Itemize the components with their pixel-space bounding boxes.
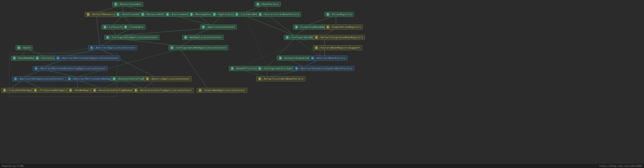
- icon-interface: I: [256, 3, 260, 6]
- icon-abstract: A: [56, 57, 60, 60]
- node-ConfigurableApplicationContext: I ◇ ConfigurableApplicationContext: [104, 35, 160, 40]
- node-BeanFactory: I ◇ BeanFactory: [254, 2, 281, 7]
- node-ConfigurableWebApplicationContext: I ◇ ConfigurableWebApplicationContext: [168, 45, 228, 50]
- icon-interface: I: [295, 26, 298, 29]
- node-AbstractBeanFactory: A ◇ AbstractBeanFactory: [309, 56, 348, 60]
- node-AbstractRefreshableConfigApplicationContext: A ◇ AbstractRefreshableConfigApplication…: [33, 66, 108, 71]
- node-AbstractApplicationContext: A ◇ AbstractApplicationContext: [88, 45, 137, 50]
- svg-line-49: [180, 49, 208, 89]
- node-Closeable: I ◇ Closeable: [122, 25, 146, 29]
- svg-line-8: [112, 15, 123, 25]
- node-GenericApplicationContext: C ◇ GenericApplicationContext: [144, 76, 192, 81]
- footer-left: Powered by P-UML: [2, 165, 24, 167]
- icon-interface: I: [112, 77, 116, 80]
- svg-line-10: [306, 15, 336, 25]
- node-AbstractXmlApplicationContext: A ◇ AbstractXmlApplicationContext: [12, 76, 66, 81]
- bottom-bar: Powered by P-UML https://blog.csdn.net/c…: [0, 164, 644, 168]
- node-SimpleAliasRegistry: C ◇ SimpleAliasRegistry: [324, 25, 363, 29]
- svg-line-5: [174, 15, 211, 25]
- node-DefaultSingletonBeanRegistry: C ◇ DefaultSingletonBeanRegistry: [313, 35, 365, 40]
- icon-interface: I: [124, 26, 127, 29]
- node-ResourceLoader: I ◇ ResourceLoader: [112, 2, 143, 7]
- node-HierarchicalBeanFactory: I ◇ HierarchicalBeanFactory: [257, 12, 301, 17]
- icon-interface: I: [202, 26, 205, 29]
- node-AliasRegistry: I ◇ AliasRegistry: [324, 12, 354, 17]
- icon-class: C: [315, 36, 318, 39]
- node-AnnotationConfigApplicationContext: C ◇ AnnotationConfigApplicationContext: [132, 88, 194, 93]
- icon-class: C: [146, 77, 149, 80]
- icon-abstract: A: [68, 77, 71, 80]
- icon-interface: I: [190, 13, 193, 16]
- icon-interface: I: [235, 13, 238, 16]
- icon-interface: I: [13, 57, 16, 60]
- svg-line-41: [100, 49, 155, 77]
- icon-interface: I: [36, 57, 39, 60]
- icon-interface: I: [104, 26, 106, 29]
- icon-interface: I: [326, 13, 329, 16]
- node-FactoryBeanRegistrySupport: C ◇ FactoryBeanRegistrySupport: [313, 45, 362, 50]
- icon-interface: I: [166, 13, 169, 16]
- node-Lifecycle: I ◇ Lifecycle: [102, 25, 125, 29]
- node-WebApplicationContext: I ◇ WebApplicationContext: [182, 35, 224, 40]
- node-AbstractAutowireCapableBeanFactory: A ◇ AbstractAutowireCapableBeanFactory: [293, 66, 354, 71]
- icon-interface: I: [18, 46, 20, 49]
- icon-interface: I: [116, 13, 120, 16]
- icon-interface: I: [258, 67, 261, 70]
- icon-interface: I: [170, 46, 174, 49]
- svg-line-31: [267, 38, 295, 67]
- icon-abstract: A: [311, 57, 314, 60]
- icon-class: C: [134, 89, 138, 92]
- icon-abstract: A: [90, 46, 93, 49]
- icon-interface: I: [213, 13, 216, 16]
- icon-interface: I: [114, 3, 117, 6]
- icon-interface: I: [184, 36, 187, 39]
- node-AbstractRefreshableApplicationContext: A ◇ AbstractRefreshableApplicationContex…: [54, 56, 120, 60]
- icon-interface: I: [141, 13, 144, 16]
- svg-line-18: [268, 15, 295, 36]
- svg-line-40: [77, 49, 180, 77]
- svg-line-9: [123, 15, 132, 25]
- icon-class: C: [69, 89, 72, 92]
- icon-class: C: [315, 46, 318, 49]
- node-Aware: I ◇ Aware: [16, 45, 32, 50]
- icon-abstract: A: [14, 77, 17, 80]
- icon-class: C: [326, 26, 329, 29]
- svg-line-7: [211, 15, 222, 25]
- footer-right: https://blog.csdn.net/cable5881: [599, 165, 642, 167]
- icon-interface: I: [286, 36, 289, 39]
- icon-class: C: [93, 89, 96, 92]
- node-DefaultListableBeanFactory: C ◇ DefaultListableBeanFactory: [256, 76, 305, 81]
- icon-abstract: A: [295, 67, 298, 70]
- icon-class: C: [198, 89, 202, 92]
- icon-class: C: [34, 89, 37, 92]
- icon-interface: I: [106, 36, 109, 39]
- svg-line-19: [244, 15, 295, 36]
- icon-interface: I: [231, 67, 234, 70]
- node-ApplicationContext: I ◇ ApplicationContext: [200, 25, 237, 29]
- diagram-container: I ◇ ResourceLoader I ◇ BeanFactory C ◇ D…: [0, 0, 644, 168]
- icon-class: C: [258, 77, 261, 80]
- icon-abstract: A: [35, 67, 38, 70]
- svg-line-21: [96, 15, 100, 46]
- node-SimpleWebApplicationContext: C ◇ SimpleWebApplicationContext: [197, 88, 247, 93]
- icon-interface: I: [279, 57, 282, 60]
- icon-class: C: [87, 13, 90, 16]
- icon-interface: I: [259, 13, 262, 16]
- svg-line-6: [198, 15, 211, 25]
- icon-class: C: [3, 89, 6, 92]
- svg-line-32: [244, 15, 267, 67]
